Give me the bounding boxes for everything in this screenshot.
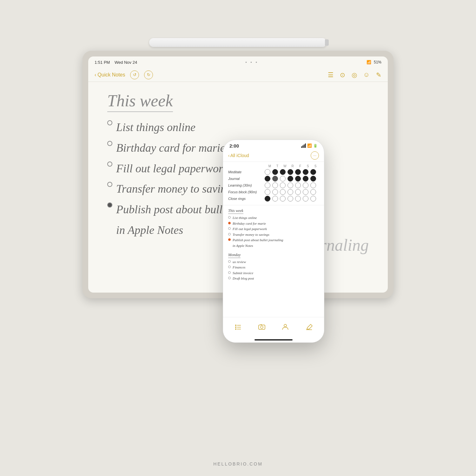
habit-dots — [265, 189, 316, 195]
redo-icon: ↻ — [147, 72, 150, 77]
camera-button[interactable] — [257, 322, 266, 331]
compose-button[interactable] — [305, 322, 314, 331]
bullet-circle-icon — [228, 233, 231, 235]
undo-button[interactable]: ↺ — [130, 70, 139, 79]
svg-point-7 — [261, 326, 263, 328]
list-item: Fill out legal paperwork — [228, 226, 319, 232]
ipad-status-bar: 1:51 PM Wed Nov 24 • • • 📶 51% — [88, 56, 388, 68]
ipad-toolbar: ‹ Quick Notes ↺ ↻ ☰ ⊙ ◎ ☺ ✎ — [88, 68, 388, 82]
battery-icon: 🔋 — [313, 144, 318, 148]
ipad-time: 1:51 PM Wed Nov 24 — [95, 60, 137, 65]
scene: 1:51 PM Wed Nov 24 • • • 📶 51% ‹ Quick N… — [63, 32, 413, 444]
list-item: ux review — [228, 259, 319, 265]
phone-monday-list: ux review Finances Submit invoice Draft … — [228, 259, 319, 281]
svg-point-0 — [235, 325, 236, 326]
bullet-circle-icon — [228, 216, 231, 219]
day-labels: M T W R F S S — [267, 164, 318, 168]
habit-tracker: M T W R F S S Meditate — [223, 162, 324, 205]
svg-point-9 — [284, 324, 287, 327]
ipad-toolbar-left: ‹ Quick Notes ↺ ↻ — [95, 70, 153, 79]
list-item: Birthday card for marie — [228, 221, 319, 227]
ipad-note-title: This week — [107, 91, 173, 112]
ipad-toolbar-right: ☰ ⊙ ◎ ☺ ✎ — [328, 71, 381, 79]
checklist-icon[interactable]: ☰ — [328, 71, 334, 79]
undo-icon: ↺ — [133, 72, 136, 77]
phone-this-week-title: This week — [228, 208, 243, 214]
list-item: Submit invoice — [228, 270, 319, 276]
back-button[interactable]: ‹ Quick Notes — [95, 72, 125, 78]
svg-point-4 — [235, 328, 236, 330]
iphone-back-button[interactable]: ‹ All iCloud — [228, 153, 249, 158]
signal-icon — [301, 143, 306, 148]
iphone-more-button[interactable]: ··· — [311, 151, 319, 160]
habit-dots — [265, 182, 316, 188]
habit-tracker-header: M T W R F S S — [228, 164, 319, 168]
iphone-status-bar: 2:00 📶 🔋 — [223, 140, 324, 150]
bullet-circle-icon — [107, 182, 112, 187]
bullet-circle-icon — [107, 120, 112, 125]
chevron-left-icon: ‹ — [228, 153, 230, 158]
iphone-device: 2:00 📶 🔋 ‹ All iCloud ··· — [223, 140, 324, 343]
list-item: Finances — [228, 265, 319, 270]
svg-point-2 — [235, 327, 236, 328]
battery-label: 51% — [374, 60, 381, 64]
camera-icon[interactable]: ⊙ — [340, 71, 345, 79]
compose-icon[interactable]: ✎ — [376, 71, 381, 79]
person-icon[interactable]: ◎ — [352, 71, 357, 79]
habit-dots — [265, 169, 316, 175]
iphone-status-icons: 📶 🔋 — [301, 143, 318, 148]
wifi-icon: 📶 — [307, 143, 312, 148]
bullet-circle-icon — [228, 227, 231, 230]
emoji-icon[interactable]: ☺ — [363, 71, 370, 78]
bullet-circle-icon — [107, 162, 112, 167]
bullet-filled-icon — [107, 202, 112, 208]
habit-dots — [265, 176, 316, 182]
list-item: Transfer money to savings — [228, 232, 319, 238]
list-item: List things online — [228, 215, 319, 221]
apple-pencil — [149, 38, 327, 47]
list-item: List things online — [107, 117, 369, 138]
svg-rect-6 — [259, 325, 265, 329]
list-item: Publish post about bullet journalingin A… — [228, 237, 319, 248]
ipad-status-dots: • • • — [245, 60, 258, 65]
bullet-circle-icon — [228, 260, 231, 263]
iphone-time: 2:00 — [229, 143, 239, 149]
more-dots-icon: ··· — [313, 153, 316, 158]
iphone-toolbar: ‹ All iCloud ··· — [223, 150, 324, 162]
bullet-circle-icon — [228, 271, 231, 274]
habit-row-learning: Learning (30m) — [228, 182, 319, 188]
bullet-orange-icon — [228, 238, 231, 241]
svg-rect-8 — [261, 324, 262, 325]
habit-row-close-rings: Close rings — [228, 196, 319, 202]
notes-list-button[interactable] — [234, 322, 242, 331]
bullet-circle-icon — [107, 141, 112, 146]
chevron-left-icon: ‹ — [95, 72, 96, 78]
habit-row-journal: Journal — [228, 176, 319, 182]
ipad-status-icons: 📶 51% — [367, 60, 381, 64]
habit-dots — [265, 196, 316, 202]
bullet-orange-icon — [228, 222, 231, 224]
phone-this-week-list: List things online Birthday card for mar… — [228, 215, 319, 249]
redo-button[interactable]: ↻ — [144, 70, 153, 79]
iphone-bottom-bar — [223, 317, 324, 342]
phone-monday-title: Monday — [228, 253, 241, 258]
person-button[interactable] — [281, 322, 290, 331]
bullet-circle-icon — [228, 266, 231, 268]
habit-row-focus: Focus block (90m) — [228, 189, 319, 195]
phone-note-content: This week List things online Birthday ca… — [223, 205, 324, 288]
bullet-circle-icon — [228, 277, 231, 279]
home-indicator — [255, 339, 293, 340]
habit-row-meditate: Meditate — [228, 169, 319, 175]
list-item: Draft blog post — [228, 276, 319, 281]
site-footer: HELLOBRIO.COM — [213, 461, 263, 466]
wifi-icon: 📶 — [367, 60, 371, 64]
